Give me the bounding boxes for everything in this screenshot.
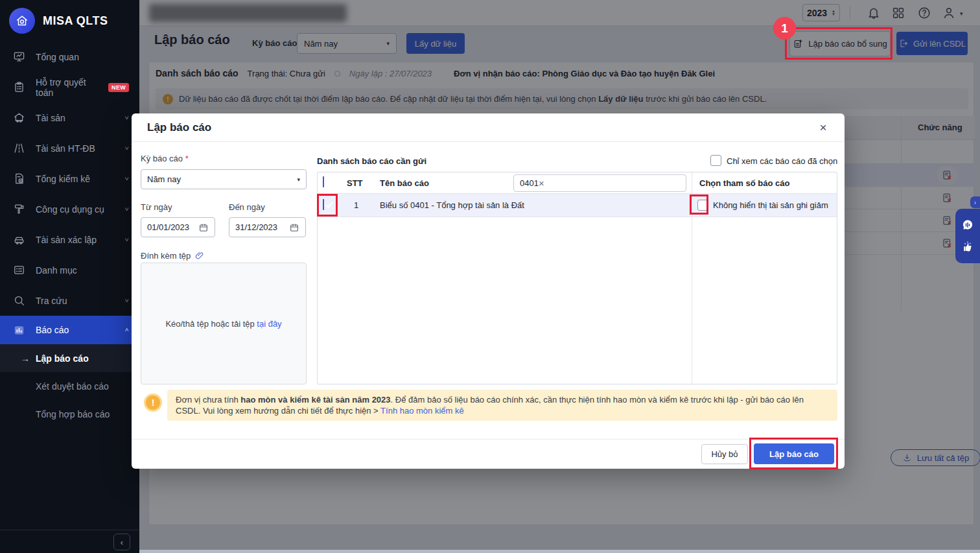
sidebar-item-tong-quan[interactable]: Tổng quan bbox=[0, 41, 139, 72]
select-all-checkbox[interactable] bbox=[323, 176, 324, 187]
collapse-sidebar-button[interactable]: ‹ bbox=[113, 534, 130, 550]
report-row[interactable]: 1 Biểu số 0401 - Tổng hợp tài sản là Đất… bbox=[318, 194, 837, 217]
param-header: Chọn tham số báo cáo bbox=[699, 178, 789, 188]
chevron-down-icon: ˅ bbox=[125, 206, 129, 213]
chevron-down-icon: ˅ bbox=[125, 298, 129, 304]
row-name: Biểu số 0401 - Tổng hợp tài sản là Đất bbox=[380, 200, 524, 210]
sidebar-subitem-tong-hop-bao-cao[interactable]: Tổng hợp báo cáo bbox=[0, 400, 139, 428]
sidebar-item-tra-cuu[interactable]: Tra cứu ˅ bbox=[0, 285, 139, 316]
modal-header: Lập báo cáo × bbox=[132, 113, 845, 142]
chevron-down-icon: ˅ bbox=[125, 115, 129, 121]
caret-down-icon: ▾ bbox=[297, 176, 300, 183]
to-date-input[interactable]: 31/12/2023 bbox=[229, 217, 306, 237]
clipboard-icon bbox=[13, 81, 25, 93]
from-date-label: Từ ngày bbox=[141, 202, 172, 212]
warning-icon: ! bbox=[144, 394, 162, 412]
row-checkbox[interactable] bbox=[323, 199, 324, 210]
thumbs-up-rating-icon[interactable] bbox=[961, 241, 974, 253]
cancel-button[interactable]: Hủy bỏ bbox=[701, 444, 748, 464]
upload-here-link[interactable]: tại đây bbox=[257, 319, 281, 329]
road-icon bbox=[13, 142, 25, 154]
app-root: 2023 ▲▼ ▾ Lập báo cáo Kỳ báo cáo Năm nay… bbox=[0, 0, 980, 553]
list-icon bbox=[13, 264, 25, 276]
asset-icon bbox=[13, 112, 25, 124]
sidebar-item-tai-san-xac-lap[interactable]: Tài sản xác lập ˅ bbox=[0, 224, 139, 255]
param-label: Không hiển thị tài sản ghi giảm bbox=[713, 200, 828, 210]
sidebar-item-cong-cu-dung-cu[interactable]: Công cụ dụng cụ ˅ bbox=[0, 194, 139, 224]
attach-file-label: Đính kèm tệp bbox=[141, 250, 205, 261]
depreciation-guide-link[interactable]: Tính hao mòn kiểm kê bbox=[380, 406, 464, 416]
from-date-input[interactable]: 01/01/2023 bbox=[141, 217, 215, 237]
sidebar-item-bao-cao[interactable]: Báo cáo ˄ bbox=[0, 316, 139, 344]
close-icon[interactable]: × bbox=[815, 119, 832, 136]
calendar-icon[interactable] bbox=[289, 222, 299, 233]
dashboard-icon bbox=[13, 51, 25, 63]
active-arrow-icon: → bbox=[21, 353, 30, 364]
chevron-down-icon: ˅ bbox=[125, 237, 129, 243]
modal-period-select[interactable]: Năm nay ▾ bbox=[141, 169, 307, 189]
modal-period-label: Kỳ báo cáo * bbox=[141, 154, 189, 163]
report-chart-icon bbox=[13, 324, 25, 336]
sidebar-subitem-xet-duyet-bao-cao[interactable]: Xét duyệt báo cáo bbox=[0, 372, 139, 400]
paperclip-icon[interactable] bbox=[194, 250, 205, 261]
stt-header: STT bbox=[347, 178, 363, 188]
report-list-title: Danh sách báo cáo cần gửi bbox=[317, 156, 426, 166]
chevron-left-icon: ‹ bbox=[121, 537, 123, 547]
sidebar-item-tai-san-ht-db[interactable]: Tài sản HT-ĐB ˅ bbox=[0, 133, 139, 163]
calendar-icon[interactable] bbox=[198, 222, 209, 233]
file-dropzone[interactable]: Kéo/thả tệp hoặc tải tệp tại đây bbox=[141, 263, 307, 384]
chat-support-icon[interactable] bbox=[961, 218, 974, 231]
only-selected-checkbox[interactable] bbox=[710, 155, 721, 166]
sidebar-footer: ‹ bbox=[0, 530, 139, 553]
sidebar-subitem-lap-bao-cao[interactable]: → Lập báo cáo bbox=[0, 344, 139, 372]
create-report-button[interactable]: Lập báo cáo bbox=[754, 443, 834, 464]
feedback-widget bbox=[955, 209, 980, 263]
new-badge: NEW bbox=[108, 83, 129, 92]
name-header: Tên báo cáo bbox=[380, 178, 429, 188]
app-logo[interactable]: MISA QLTS bbox=[0, 0, 139, 41]
param-checkbox[interactable] bbox=[697, 200, 708, 211]
chevron-down-icon: ˅ bbox=[125, 145, 129, 152]
annotation-step-1-badge: 1 bbox=[773, 17, 796, 40]
widget-expand-tab[interactable]: › bbox=[970, 196, 980, 208]
inventory-check-icon bbox=[13, 172, 25, 185]
report-table: STT Tên báo cáo 0401 × Chọn tham số báo … bbox=[317, 172, 837, 384]
chevron-up-icon: ˄ bbox=[125, 327, 129, 333]
report-search-input[interactable]: 0401 × bbox=[513, 174, 686, 192]
scrollbar-track[interactable] bbox=[139, 550, 980, 553]
report-table-header: STT Tên báo cáo 0401 × Chọn tham số báo … bbox=[318, 172, 837, 194]
sidebar-item-danh-muc[interactable]: Danh mục bbox=[0, 255, 139, 285]
modal-title: Lập báo cáo bbox=[147, 121, 211, 134]
create-report-modal: Lập báo cáo × Kỳ báo cáo * Năm nay ▾ Từ … bbox=[132, 113, 845, 469]
search-icon bbox=[13, 294, 25, 307]
sidebar-item-tai-san[interactable]: Tài sản ˅ bbox=[0, 102, 139, 133]
sidebar-item-tong-kiem-ke[interactable]: Tổng kiểm kê ˅ bbox=[0, 163, 139, 194]
row-stt: 1 bbox=[354, 200, 358, 210]
app-title: MISA QLTS bbox=[43, 14, 108, 28]
only-selected-label: Chỉ xem các báo cáo đã chọn bbox=[727, 156, 837, 166]
depreciation-warning: Đơn vị chưa tính hao mòn và kiểm kê tài … bbox=[167, 390, 837, 421]
clear-search-icon[interactable]: × bbox=[539, 178, 544, 189]
footer-divider bbox=[132, 439, 845, 440]
sidebar-item-ho-tro-quyet-toan[interactable]: Hỗ trợ quyết toán NEW bbox=[0, 72, 139, 102]
to-date-label: Đến ngày bbox=[229, 202, 265, 212]
vehicle-icon bbox=[13, 233, 25, 246]
sidebar: MISA QLTS Tổng quan Hỗ trợ quyết toán NE… bbox=[0, 0, 139, 553]
chevron-right-icon: › bbox=[974, 199, 976, 206]
misa-logo-icon bbox=[9, 8, 35, 34]
paint-roller-icon bbox=[13, 203, 25, 215]
chevron-down-icon: ˅ bbox=[125, 176, 129, 182]
